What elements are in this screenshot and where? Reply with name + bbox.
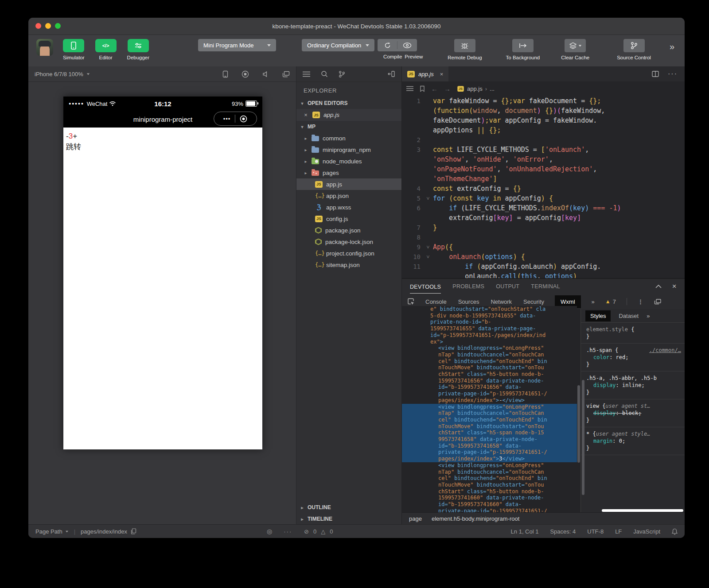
wxml-node-line[interactable]: e" bindtouchstart="onTouchStart" cla	[402, 306, 577, 313]
css-rule[interactable]: view {user agent st…display: block;}	[581, 399, 685, 427]
wxml-node-line[interactable]: 1599573741655" data-private-page-	[402, 325, 577, 332]
nav-forward-icon[interactable]: →	[444, 85, 451, 93]
plus-button[interactable]: +	[73, 132, 77, 140]
open-editors-header[interactable]: ▾ OPEN EDITORS	[296, 97, 401, 109]
subtab-console[interactable]: Console	[425, 298, 447, 305]
tree-folder-pages[interactable]: ▸pages	[296, 167, 401, 178]
css-rule[interactable]: element.style {}	[581, 323, 685, 344]
to-background-group[interactable]: To Background	[506, 39, 540, 60]
popout-icon[interactable]	[654, 299, 661, 305]
tab-app-js[interactable]: JS app.js ×	[402, 66, 448, 81]
subtab-security[interactable]: Security	[523, 298, 544, 305]
wxml-node-line[interactable]: nTap" bindtouchcancel="onTouchCan	[402, 469, 577, 476]
wxml-node-selected[interactable]: pages/index/index">3</view>	[402, 456, 577, 462]
styles-horizontal-scrollbar[interactable]	[602, 509, 683, 512]
warning-badge[interactable]: ▲ 7	[605, 298, 616, 305]
exit-target-icon[interactable]	[240, 115, 247, 123]
subtab-sources[interactable]: Sources	[458, 298, 479, 305]
close-window-button[interactable]	[35, 23, 41, 29]
scrollbar-thumb[interactable]	[577, 385, 580, 463]
css-declaration[interactable]: display: block;	[586, 410, 681, 417]
css-declaration[interactable]: color: red;	[586, 354, 681, 361]
outline-section[interactable]: ▸ OUTLINE	[296, 502, 401, 513]
tree-file-app.json[interactable]: {…}app.json	[296, 190, 401, 201]
page-path-dropdown[interactable]: Page Path	[35, 528, 69, 535]
wxml-node-line[interactable]: chStart" class="h5-button node-b-	[402, 371, 577, 378]
fold-icon[interactable]: ˅	[423, 252, 433, 262]
status-item[interactable]: Ln 1, Col 1	[511, 528, 539, 535]
wxml-node-line[interactable]: id="p-1599573741651-/pages/index/ind	[402, 332, 577, 339]
nav-back-icon[interactable]: ←	[431, 85, 438, 93]
source-control-group[interactable]: Source Control	[617, 39, 651, 60]
tab-output[interactable]: OUTPUT	[496, 283, 519, 290]
status-item[interactable]: LF	[615, 528, 622, 535]
breadcrumb-page[interactable]: page	[409, 515, 422, 522]
open-editor-item[interactable]: × JS app.js	[296, 109, 401, 121]
wxml-node-line[interactable]: 1599573741656" data-private-node-	[402, 378, 577, 384]
collapse-sidebar-icon[interactable]	[388, 71, 395, 77]
copy-icon[interactable]	[131, 528, 136, 534]
wxml-node-selected[interactable]: <view bindlongpress="onLongPress"	[402, 404, 577, 410]
more-dots-icon[interactable]: •••	[223, 116, 231, 122]
wxml-node-selected[interactable]: nTouchMove" bindtouchstart="onTou	[402, 423, 577, 430]
timeline-section[interactable]: ▸ TIMELINE	[296, 513, 401, 525]
tab-problems[interactable]: PROBLEMS	[452, 283, 484, 290]
css-rule[interactable]: .h5-a, .h5-abbr, .h5-bdisplay: inline;}	[581, 371, 685, 399]
outline-list-icon[interactable]	[406, 86, 413, 91]
tab-terminal[interactable]: TERMINAL	[531, 283, 560, 290]
breadcrumb[interactable]: JS app.js › ...	[457, 85, 495, 92]
wxml-node-line[interactable]: nTap" bindtouchcancel="onTouchCan	[402, 352, 577, 358]
mute-icon[interactable]	[262, 71, 269, 77]
wxml-node-line[interactable]: ex">	[402, 339, 577, 345]
status-item[interactable]: UTF-8	[587, 528, 604, 535]
wxml-node-selected[interactable]: private-page-id="p-1599573741651-/	[402, 449, 577, 456]
wxml-node-line[interactable]: private-page-id="p-1599573741651-/	[402, 391, 577, 397]
wxml-scrollbar[interactable]	[577, 309, 580, 513]
tree-file-package-lock.json[interactable]: package-lock.json	[296, 236, 401, 248]
git-branch-icon[interactable]	[339, 70, 345, 78]
wxml-node-line[interactable]: 1599573741660" data-private-node-	[402, 495, 577, 501]
bell-icon[interactable]	[672, 528, 678, 535]
search-icon[interactable]	[321, 70, 328, 77]
bookmark-icon[interactable]	[420, 85, 425, 92]
source-control-button[interactable]	[623, 39, 645, 52]
record-icon[interactable]	[242, 70, 249, 78]
tab-devtools[interactable]: DEVTOOLS	[410, 280, 441, 294]
tree-file-package.json[interactable]: package.json	[296, 224, 401, 236]
styles-vertical-scrollbar[interactable]	[582, 380, 584, 495]
problems-counts[interactable]: ⊘ 0 △ 0	[304, 528, 333, 535]
remote-debug-group[interactable]: Remote Debug	[448, 39, 482, 60]
stylesheet-link[interactable]: ./common/…	[649, 347, 681, 354]
tree-file-config.js[interactable]: JSconfig.js	[296, 213, 401, 224]
split-editor-icon[interactable]	[652, 71, 659, 77]
debugger-toggle[interactable]: Debugger	[127, 39, 150, 60]
close-tab-icon[interactable]: ×	[440, 71, 444, 77]
editor-toggle[interactable]: </> Editor	[95, 39, 117, 60]
project-root-header[interactable]: ▾ MP	[296, 121, 401, 132]
minimize-window-button[interactable]	[45, 23, 51, 29]
close-icon[interactable]: ×	[303, 112, 309, 118]
more-actions-icon[interactable]: ···	[668, 70, 678, 78]
wxml-node-line[interactable]: <view bindlongpress="onLongPress"	[402, 462, 577, 469]
subtab-overflow-icon[interactable]: »	[592, 298, 595, 305]
capsule-menu[interactable]: •••	[214, 112, 257, 126]
remote-debug-button[interactable]	[454, 39, 475, 52]
wxml-node-selected[interactable]: cel" bindtouchend="onTouchEnd" bin	[402, 417, 577, 423]
tree-folder-node_modules[interactable]: ▸node_modules	[296, 155, 401, 167]
styles-overflow-icon[interactable]: »	[647, 313, 650, 319]
clear-cache-button[interactable]	[565, 39, 586, 52]
avatar[interactable]	[36, 39, 53, 56]
tree-file-app.js[interactable]: JSapp.js	[296, 178, 401, 190]
wxml-tree[interactable]: e" bindtouchstart="onTouchStart" cla5-di…	[402, 306, 577, 513]
editor-button[interactable]: </>	[95, 39, 117, 52]
tree-file-app.wxss[interactable]: ℨapp.wxss	[296, 201, 401, 213]
tree-file-sitemap.json[interactable]: {…}sitemap.json	[296, 259, 401, 271]
clear-cache-group[interactable]: Clear Cache	[561, 39, 589, 60]
mode-dropdown[interactable]: Mini Program Mode	[198, 39, 276, 51]
close-panel-icon[interactable]: ×	[672, 282, 677, 291]
tree-file-project.config.json[interactable]: {…}project.config.json	[296, 248, 401, 259]
css-declaration[interactable]: display: inline;	[586, 382, 681, 389]
wxml-node-line[interactable]: nTouchMove" bindtouchstart="onTou	[402, 364, 577, 371]
status-item[interactable]: JavaScript	[633, 528, 660, 535]
wxml-node-selected[interactable]: nTap" bindtouchcancel="onTouchCan	[402, 410, 577, 417]
